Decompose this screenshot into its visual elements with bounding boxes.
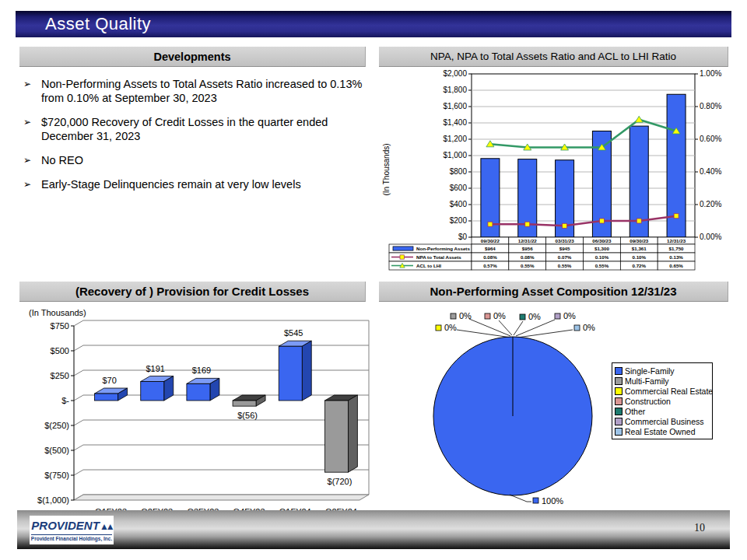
svg-text:(In Thousands): (In Thousands) [29, 308, 86, 317]
legend-item: Multi-Family [615, 376, 710, 386]
provident-logo: PROVIDENT▲▲ Provident Financial Holdings… [30, 516, 114, 544]
svg-text:100%: 100% [542, 496, 563, 506]
svg-text:$1,750: $1,750 [669, 246, 684, 251]
legend-item: Construction [615, 396, 710, 406]
legend-label: Real Estate Owned [625, 427, 695, 436]
logo-wordmark: PROVIDENT▲▲ [31, 519, 111, 533]
page-title: Asset Quality [45, 14, 151, 34]
svg-text:$2,000: $2,000 [443, 69, 467, 78]
arrow-bullet-icon: ➢ [23, 179, 31, 191]
svg-text:$800: $800 [450, 167, 468, 176]
svg-text:$(500): $(500) [44, 446, 69, 455]
svg-text:$-: $- [61, 396, 69, 405]
svg-text:$956: $956 [522, 246, 533, 251]
arrow-bullet-icon: ➢ [23, 79, 31, 90]
svg-text:03/31/23: 03/31/23 [556, 238, 575, 243]
legend-swatch-icon [615, 367, 622, 375]
svg-text:12/31/23: 12/31/23 [667, 238, 686, 243]
legend-label: Single-Family [625, 366, 675, 376]
logo-text: PROVIDENT [31, 519, 100, 532]
svg-text:12/31/22: 12/31/22 [518, 238, 538, 243]
svg-text:09/30/23: 09/30/23 [630, 238, 649, 243]
svg-text:$1,400: $1,400 [443, 118, 467, 127]
page-number: 10 [694, 522, 705, 534]
svg-text:0%: 0% [444, 323, 457, 332]
svg-text:0%: 0% [528, 312, 541, 321]
developments-header-label: Developments [153, 51, 230, 63]
legend-swatch-icon [615, 428, 622, 436]
svg-text:$169: $169 [192, 366, 211, 375]
logo-subtitle: Provident Financial Holdings, Inc. [31, 534, 112, 541]
svg-text:$250: $250 [51, 371, 69, 380]
legend-item: Real Estate Owned [615, 426, 710, 436]
svg-text:06/30/23: 06/30/23 [592, 238, 612, 243]
legend-swatch-icon [615, 397, 622, 405]
svg-text:0%: 0% [583, 323, 595, 332]
svg-text:NPA to Total Assets: NPA to Total Assets [416, 254, 461, 260]
svg-text:$70: $70 [102, 376, 116, 385]
svg-text:0.10%: 0.10% [595, 254, 609, 260]
svg-text:$1,000: $1,000 [443, 151, 467, 159]
provision-chart-header-label: (Recovery of ) Provision for Credit Loss… [75, 285, 309, 298]
svg-text:(In Thousands): (In Thousands) [382, 143, 391, 195]
legend-item: Other [615, 406, 710, 416]
legend-label: Construction [625, 397, 671, 406]
bullet-item: ➢Early-Stage Delinquencies remain at ver… [23, 178, 372, 192]
pie-legend: Single-FamilyMulti-FamilyCommercial Real… [612, 362, 713, 439]
svg-text:$1,361: $1,361 [632, 246, 647, 251]
svg-text:0.60%: 0.60% [700, 135, 721, 143]
svg-text:0%: 0% [563, 311, 576, 320]
provision-3d-bar-chart: (In Thousands)$750$500$250$-$(250)$(500)… [19, 303, 374, 523]
svg-text:$600: $600 [450, 184, 468, 192]
svg-text:0.10%: 0.10% [632, 254, 646, 260]
svg-text:0.72%: 0.72% [632, 263, 646, 268]
developments-header: Developments [19, 47, 366, 67]
svg-text:$750: $750 [51, 321, 69, 331]
legend-swatch-icon [615, 377, 622, 385]
svg-text:0%: 0% [459, 311, 472, 320]
svg-text:$0: $0 [458, 233, 468, 241]
svg-text:0.00%: 0.00% [700, 233, 721, 241]
bullet-text: No REO [41, 154, 83, 166]
bullet-item: ➢No REO [23, 154, 372, 168]
bullet-item: ➢Non-Performing Assets to Total Assets R… [23, 78, 372, 106]
footer-bar: PROVIDENT▲▲ Provident Financial Holdings… [17, 510, 730, 549]
legend-label: Commercial Real Estate [625, 387, 713, 396]
svg-text:$1,200: $1,200 [443, 135, 467, 143]
svg-text:0.65%: 0.65% [669, 263, 683, 268]
svg-text:Non-Performing Assets: Non-Performing Assets [416, 246, 470, 251]
svg-text:ACL to LHI: ACL to LHI [416, 263, 441, 268]
legend-swatch-icon [615, 408, 622, 415]
composition-chart-header-label: Non-Performing Asset Composition 12/31/2… [430, 285, 676, 298]
svg-text:$(250): $(250) [44, 421, 69, 430]
svg-text:$1,800: $1,800 [443, 86, 467, 94]
svg-text:0.07%: 0.07% [558, 254, 572, 260]
svg-text:0.08%: 0.08% [521, 254, 535, 260]
legend-item: Commercial Real Estate [615, 386, 710, 396]
arrow-bullet-icon: ➢ [23, 117, 31, 128]
legend-swatch-icon [615, 387, 622, 395]
svg-text:$(720): $(720) [328, 477, 352, 486]
svg-text:$(1,000): $(1,000) [37, 495, 69, 505]
provision-chart-header: (Recovery of ) Provision for Credit Loss… [19, 282, 366, 302]
svg-text:0%: 0% [493, 311, 506, 320]
bullet-text: Non-Performing Assets to Total Assets Ra… [41, 78, 362, 104]
legend-swatch-icon [615, 418, 622, 425]
svg-text:$(56): $(56) [237, 411, 258, 420]
bullet-text: $720,000 Recovery of Credit Losses in th… [41, 116, 328, 142]
svg-text:0.55%: 0.55% [558, 263, 572, 268]
npa-chart-header-label: NPA, NPA to Total Assets Ratio and ACL t… [430, 51, 676, 62]
arrow-bullet-icon: ➢ [23, 155, 31, 166]
legend-label: Commercial Business [625, 417, 704, 426]
svg-text:0.13%: 0.13% [669, 254, 683, 260]
svg-text:$964: $964 [485, 246, 496, 251]
svg-text:0.80%: 0.80% [700, 102, 721, 110]
svg-text:0.55%: 0.55% [595, 263, 609, 268]
svg-text:$1,300: $1,300 [594, 246, 609, 251]
svg-text:$500: $500 [51, 346, 69, 355]
svg-text:1.00%: 1.00% [700, 69, 721, 78]
bullet-item: ➢$720,000 Recovery of Credit Losses in t… [23, 116, 372, 144]
svg-text:$400: $400 [450, 200, 468, 208]
composition-chart-header: Non-Performing Asset Composition 12/31/2… [379, 282, 728, 302]
npa-chart-header: NPA, NPA to Total Assets Ratio and ACL t… [379, 47, 728, 67]
